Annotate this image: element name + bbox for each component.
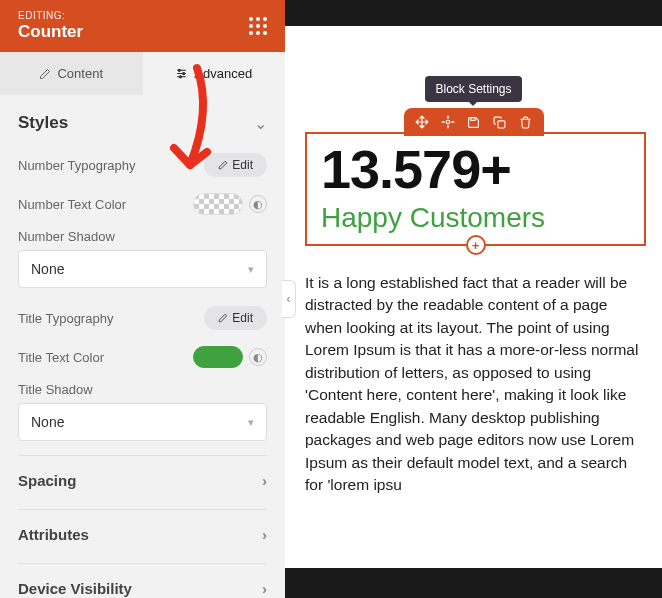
title-color-swatch[interactable]	[193, 346, 243, 368]
title-shadow-select[interactable]: None ▾	[18, 403, 267, 441]
spacing-label: Spacing	[18, 472, 76, 489]
number-shadow-value: None	[31, 261, 64, 277]
pencil-icon	[39, 68, 51, 80]
title-typography-label: Title Typography	[18, 311, 204, 326]
svg-point-6	[446, 120, 450, 124]
block-toolbar	[404, 108, 544, 136]
tab-advanced-label: Advanced	[194, 66, 252, 81]
add-block-button[interactable]: +	[466, 235, 486, 255]
counter-block[interactable]: 13.579+ Happy Customers +	[305, 132, 646, 246]
block-toolbar-wrap: Block Settings	[404, 76, 544, 136]
tab-advanced[interactable]: Advanced	[143, 52, 286, 95]
palette-icon[interactable]: ◐	[249, 348, 267, 366]
number-text-color-row: Number Text Color ◐	[18, 185, 267, 223]
tab-content-label: Content	[57, 66, 103, 81]
svg-point-3	[179, 69, 181, 71]
chevron-right-icon: ›	[262, 472, 267, 489]
number-typography-row: Number Typography Edit	[18, 145, 267, 185]
tab-content[interactable]: Content	[0, 52, 143, 95]
title-text-color-label: Title Text Color	[18, 350, 193, 365]
number-typography-label: Number Typography	[18, 158, 204, 173]
sidebar-header: EDITING: Counter	[0, 0, 285, 52]
move-icon[interactable]	[414, 114, 430, 130]
title-text-color-row: Title Text Color ◐	[18, 338, 267, 376]
styles-title: Styles	[18, 113, 68, 133]
pencil-icon	[218, 313, 228, 323]
editing-title: Counter	[18, 22, 83, 42]
editor-sidebar: EDITING: Counter Content Advanced Styles…	[0, 0, 285, 598]
device-visibility-section[interactable]: Device Visibility ›	[18, 563, 267, 598]
styles-panel: Styles ⌄ Number Typography Edit Number T…	[0, 95, 285, 598]
chevron-down-icon: ▾	[248, 416, 254, 429]
counter-title: Happy Customers	[321, 202, 630, 234]
gear-icon[interactable]	[440, 114, 456, 130]
chevron-right-icon: ›	[262, 526, 267, 543]
number-shadow-select[interactable]: None ▾	[18, 250, 267, 288]
body-text: It is a long established fact that a rea…	[305, 272, 646, 497]
block-settings-tooltip: Block Settings	[425, 76, 521, 102]
attributes-section[interactable]: Attributes ›	[18, 509, 267, 559]
tabs: Content Advanced	[0, 52, 285, 95]
preview-pane: Block Settings 13.579+ Happy Customers +…	[285, 0, 662, 598]
number-shadow-field: Number Shadow None ▾	[18, 223, 267, 298]
grid-icon[interactable]	[249, 17, 267, 35]
preview-top-bar	[285, 0, 662, 26]
number-text-color-label: Number Text Color	[18, 197, 193, 212]
edit-number-typography-button[interactable]: Edit	[204, 153, 267, 177]
sliders-icon	[175, 67, 188, 80]
edit-title-typography-button[interactable]: Edit	[204, 306, 267, 330]
edit-button-label: Edit	[232, 311, 253, 325]
palette-icon[interactable]: ◐	[249, 195, 267, 213]
pencil-icon	[218, 160, 228, 170]
svg-point-4	[183, 72, 185, 74]
trash-icon[interactable]	[518, 114, 534, 130]
counter-number: 13.579+	[321, 142, 630, 196]
spacing-section[interactable]: Spacing ›	[18, 455, 267, 505]
styles-header[interactable]: Styles ⌄	[18, 95, 267, 145]
svg-rect-7	[471, 117, 475, 120]
chevron-right-icon: ›	[262, 580, 267, 597]
title-shadow-label: Title Shadow	[18, 382, 267, 397]
svg-point-5	[180, 76, 182, 78]
edit-button-label: Edit	[232, 158, 253, 172]
title-typography-row: Title Typography Edit	[18, 298, 267, 338]
copy-icon[interactable]	[492, 114, 508, 130]
attributes-label: Attributes	[18, 526, 89, 543]
editing-label: EDITING:	[18, 10, 83, 21]
svg-rect-8	[498, 120, 505, 127]
title-shadow-value: None	[31, 414, 64, 430]
number-color-swatch[interactable]	[193, 193, 243, 215]
title-shadow-field: Title Shadow None ▾	[18, 376, 267, 451]
collapse-sidebar-toggle[interactable]: ‹	[282, 280, 296, 318]
device-visibility-label: Device Visibility	[18, 580, 132, 597]
number-shadow-label: Number Shadow	[18, 229, 267, 244]
chevron-down-icon: ▾	[248, 263, 254, 276]
chevron-down-icon: ⌄	[254, 114, 267, 133]
save-icon[interactable]	[466, 114, 482, 130]
preview-bottom-bar	[285, 568, 662, 598]
